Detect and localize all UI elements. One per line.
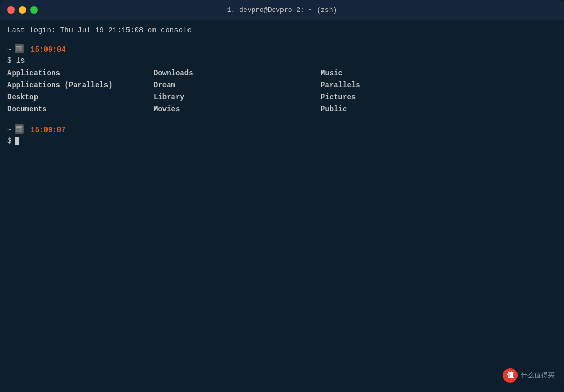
tilde-1: ~: [7, 44, 11, 55]
prompt-icon-2: [15, 124, 24, 134]
ls-item-downloads: Downloads: [154, 67, 321, 79]
ls-col3: Music Parallels Pictures Public: [321, 67, 557, 115]
prompt-dollar: $: [7, 136, 11, 147]
ls-col1: Applications Applications (Parallels) De…: [7, 67, 154, 115]
ls-command: $ ls: [7, 55, 25, 66]
terminal-body[interactable]: Last login: Thu Jul 19 21:15:08 on conso…: [0, 20, 564, 392]
tilde-2: ~: [7, 125, 11, 136]
ls-item-dream: Dream: [154, 79, 321, 91]
svg-rect-5: [17, 129, 19, 130]
ls-output: Applications Applications (Parallels) De…: [7, 67, 557, 115]
prompt-line-3: $: [7, 136, 557, 147]
ls-item-public: Public: [321, 103, 557, 115]
close-button[interactable]: [7, 6, 15, 14]
prompt-line-1: ~ 15:09:04: [7, 43, 557, 55]
watermark-text: 什么值得买: [521, 371, 555, 380]
ls-item-movies: Movies: [154, 103, 321, 115]
ls-item-applications: Applications: [7, 67, 154, 79]
command-line-1: $ ls: [7, 55, 557, 66]
ls-item-library: Library: [154, 91, 321, 103]
last-login-line: Last login: Thu Jul 19 21:15:08 on conso…: [7, 25, 557, 36]
watermark-icon: 值: [503, 368, 518, 383]
ls-item-pictures: Pictures: [321, 91, 557, 103]
prompt-line-2: ~ 15:09:07: [7, 124, 557, 136]
svg-rect-2: [17, 49, 19, 50]
traffic-lights: [7, 6, 38, 14]
ls-item-music: Music: [321, 67, 557, 79]
titlebar: 1. devpro@Devpro-2: ~ (zsh): [0, 0, 564, 20]
terminal-window: 1. devpro@Devpro-2: ~ (zsh) Last login: …: [0, 0, 564, 392]
ls-col2: Downloads Dream Library Movies: [154, 67, 321, 115]
window-title: 1. devpro@Devpro-2: ~ (zsh): [227, 6, 337, 14]
prompt-icon-1: [15, 44, 24, 53]
minimize-button[interactable]: [19, 6, 26, 14]
ls-item-applications-parallels: Applications (Parallels): [7, 79, 154, 91]
watermark: 值 什么值得买: [503, 368, 555, 383]
svg-rect-4: [16, 126, 22, 128]
ls-item-desktop: Desktop: [7, 91, 154, 103]
ls-item-documents: Documents: [7, 103, 154, 115]
cursor: [15, 137, 19, 145]
ls-item-parallels: Parallels: [321, 79, 557, 91]
last-login-text: Last login: Thu Jul 19 21:15:08 on conso…: [7, 25, 192, 36]
svg-rect-1: [16, 46, 22, 47]
time-1: 15:09:04: [30, 44, 65, 55]
maximize-button[interactable]: [30, 6, 38, 14]
time-2: 15:09:07: [30, 125, 65, 136]
